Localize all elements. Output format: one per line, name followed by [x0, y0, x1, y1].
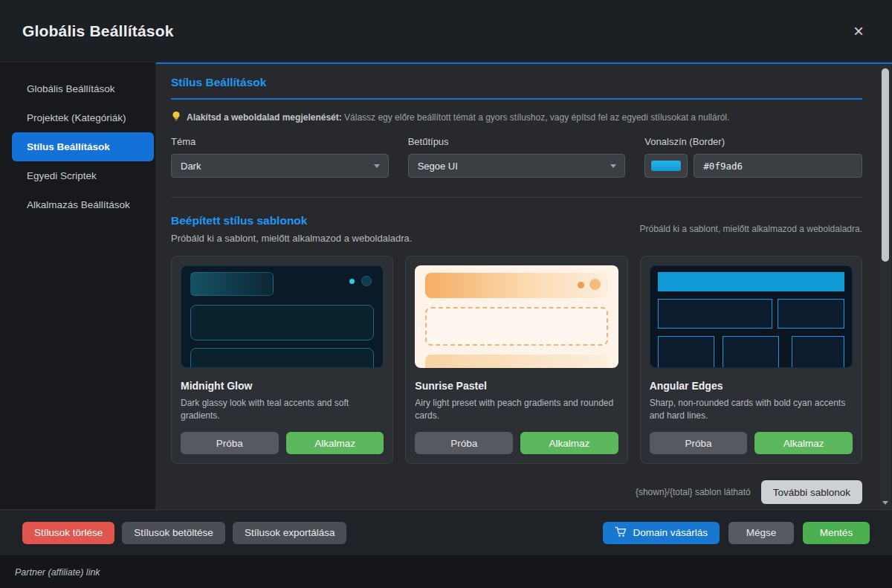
apply-template-button[interactable]: Alkalmaz: [520, 432, 618, 454]
template-card-sunrise-pastel: Sunrise Pastel Airy light preset with pe…: [405, 256, 627, 464]
sidebar-item-global-settings[interactable]: Globális Beállítások: [12, 74, 154, 103]
font-label: Betűtípus: [408, 136, 626, 147]
border-color-field: Vonalszín (Border): [644, 136, 862, 178]
affiliate-link[interactable]: Partner (affiliate) link: [15, 567, 892, 578]
template-cards: Midnight Glow Dark glassy look with teal…: [171, 256, 862, 464]
template-description: Dark glassy look with teal accents and s…: [181, 397, 384, 423]
templates-subtitle: Próbáld ki a sablont, mielőtt alkalmazod…: [171, 233, 412, 244]
sidebar-item-app-settings[interactable]: Alkalmazás Beállítások: [12, 190, 154, 219]
theme-label: Téma: [171, 136, 389, 147]
content-scrollbar[interactable]: [880, 65, 891, 508]
bulb-icon: [171, 111, 181, 124]
settings-content: Stílus Beállítások Alakítsd a weboldalad…: [156, 62, 892, 509]
apply-template-button[interactable]: Alkalmaz: [286, 432, 384, 454]
cart-icon: [615, 526, 627, 540]
app-page: Globális Beállítások × Globális Beállítá…: [0, 0, 892, 588]
font-select[interactable]: Segoe UI: [408, 154, 626, 178]
sidebar-item-custom-scripts[interactable]: Egyedi Scriptek: [12, 161, 154, 190]
dialog-footer: Stílusok törlése Stílusok betöltése Stíl…: [0, 509, 892, 555]
theme-field: Téma Dark: [171, 136, 389, 178]
apply-template-button[interactable]: Alkalmaz: [754, 432, 853, 454]
template-name: Midnight Glow: [181, 380, 384, 392]
settings-sidebar: Globális Beállítások Projektek (Kategóri…: [0, 62, 156, 509]
template-description: Sharp, non-rounded cards with bold cyan …: [650, 397, 853, 423]
template-card-midnight-glow: Midnight Glow Dark glassy look with teal…: [171, 256, 393, 464]
dialog-body: Globális Beállítások Projektek (Kategóri…: [0, 62, 892, 509]
template-card-angular-edges: Angular Edges Sharp, non-rounded cards w…: [640, 256, 862, 464]
border-color-label: Vonalszín (Border): [644, 136, 862, 147]
template-preview-angular-edges: [650, 265, 853, 368]
template-preview-midnight-glow: [181, 265, 384, 368]
cancel-button[interactable]: Mégse: [728, 522, 794, 544]
template-name: Angular Edges: [650, 380, 853, 392]
style-form-row: Téma Dark Betűtípus Segoe UI: [171, 136, 862, 178]
buy-domain-button[interactable]: Domain vásárlás: [603, 522, 720, 544]
style-tip: Alakítsd a weboldalad megjelenését: Vála…: [171, 111, 862, 124]
save-button[interactable]: Mentés: [803, 522, 870, 544]
template-preview-sunrise-pastel: [415, 265, 618, 368]
templates-header: Beépített stílus sablonok Próbáld ki a s…: [171, 214, 862, 244]
color-swatch-button[interactable]: [644, 154, 688, 178]
dialog-title: Globális Beállítások: [22, 22, 174, 40]
section-divider: [171, 197, 862, 198]
font-field: Betűtípus Segoe UI: [408, 136, 626, 178]
template-name: Sunrise Pastel: [415, 380, 618, 392]
style-settings-heading: Stílus Beállítások: [171, 76, 862, 100]
scrollbar-thumb[interactable]: [882, 68, 889, 262]
templates-subtitle-right: Próbáld ki a sablont, mielőtt alkalmazod…: [639, 224, 862, 234]
sidebar-item-projects[interactable]: Projektek (Kategóriák): [12, 103, 154, 132]
chevron-down-icon: [374, 164, 380, 168]
close-icon[interactable]: ×: [847, 19, 870, 43]
templates-footer-row: {shown}/{total} sablon látható További s…: [171, 480, 862, 504]
templates-heading: Beépített stílus sablonok: [171, 214, 412, 227]
scrollbar-down-arrow-icon[interactable]: [882, 501, 888, 505]
font-select-value: Segoe UI: [418, 161, 458, 172]
settings-dialog: Globális Beállítások × Globális Beállítá…: [0, 0, 892, 555]
try-template-button[interactable]: Próba: [650, 432, 748, 454]
sidebar-item-style-settings[interactable]: Stílus Beállítások: [12, 132, 154, 161]
template-description: Airy light preset with peach gradients a…: [415, 397, 618, 423]
color-swatch: [651, 161, 681, 171]
more-templates-button[interactable]: További sablonok: [761, 480, 862, 504]
theme-select-value: Dark: [181, 161, 201, 172]
export-styles-button[interactable]: Stílusok exportálása: [233, 522, 347, 544]
border-color-input[interactable]: [694, 154, 862, 178]
theme-select[interactable]: Dark: [171, 154, 389, 178]
try-template-button[interactable]: Próba: [181, 432, 279, 454]
load-styles-button[interactable]: Stílusok betöltése: [122, 522, 225, 544]
delete-styles-button[interactable]: Stílusok törlése: [22, 522, 114, 544]
tip-text: Alakítsd a weboldalad megjelenését: Vála…: [187, 112, 729, 123]
dialog-header: Globális Beállítások ×: [0, 0, 892, 62]
try-template-button[interactable]: Próba: [415, 432, 513, 454]
templates-counter: {shown}/{total} sablon látható: [636, 487, 751, 497]
chevron-down-icon: [610, 164, 616, 168]
buy-domain-label: Domain vásárlás: [633, 527, 708, 538]
